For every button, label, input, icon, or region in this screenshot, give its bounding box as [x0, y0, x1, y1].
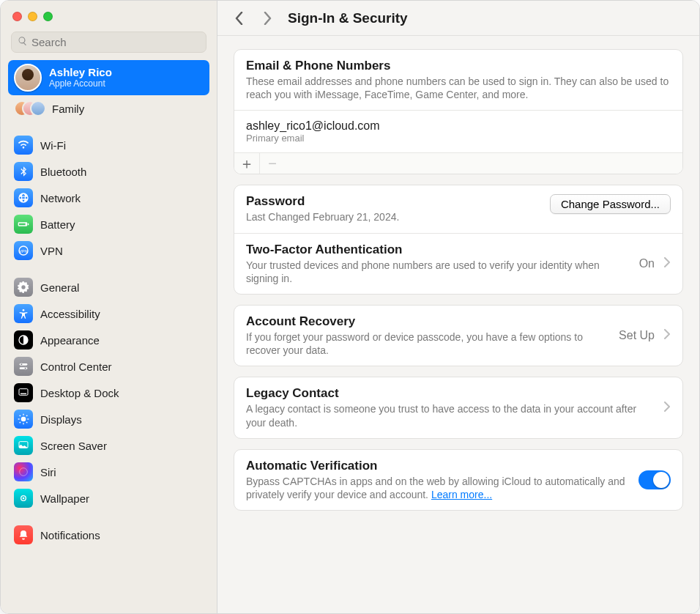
legacy-contact-title: Legacy Contact — [246, 386, 655, 401]
sidebar-item-notifications[interactable]: Notifications — [8, 522, 209, 548]
sidebar-item-desktop-dock[interactable]: Desktop & Dock — [8, 380, 209, 406]
accessibility-icon — [14, 304, 33, 323]
svg-point-6 — [24, 367, 26, 369]
sidebar-item-label: Screen Saver — [40, 440, 107, 452]
sidebar-item-appearance[interactable]: Appearance — [8, 327, 209, 353]
email-phone-card: Email & Phone Numbers These email addres… — [234, 49, 683, 174]
family-avatars — [14, 99, 45, 118]
nav-forward-button — [260, 8, 275, 29]
learn-more-link[interactable]: Learn more... — [431, 489, 492, 500]
sidebar-item-label: Wallpaper — [40, 492, 89, 505]
account-recovery-title: Account Recovery — [246, 314, 610, 329]
minimize-window-button[interactable] — [28, 12, 37, 21]
sidebar-item-label: Siri — [40, 466, 56, 478]
sidebar-item-label: Network — [40, 192, 81, 204]
search-field-wrap[interactable] — [11, 32, 206, 53]
account-sub: Apple Account — [49, 79, 112, 89]
auto-verification-toggle[interactable] — [638, 470, 671, 489]
email-entry-row[interactable]: ashley_rico1@icloud.com Primary email — [234, 110, 682, 152]
sidebar-item-siri[interactable]: Siri — [8, 459, 209, 485]
page-title: Sign-In & Security — [288, 10, 408, 26]
chevron-right-icon — [663, 402, 671, 415]
email-value: ashley_rico1@icloud.com — [246, 119, 671, 133]
vpn-icon: VPN — [14, 241, 33, 260]
sidebar-item-bluetooth[interactable]: Bluetooth — [8, 158, 209, 185]
sidebar-item-wallpaper[interactable]: Wallpaper — [8, 485, 209, 511]
sidebar-item-control-center[interactable]: Control Center — [8, 353, 209, 380]
window-controls — [12, 12, 53, 21]
sidebar-item-battery[interactable]: Battery — [8, 211, 209, 237]
plus-icon: ＋ — [239, 154, 254, 174]
sidebar-item-label: Accessibility — [40, 308, 100, 320]
svg-point-5 — [21, 363, 23, 366]
svg-point-19 — [20, 468, 28, 476]
sidebar-item-label: Control Center — [40, 360, 112, 373]
sidebar-item-wifi[interactable]: Wi-Fi — [8, 132, 209, 158]
appearance-icon — [14, 330, 33, 349]
sidebar-item-label: Wi-Fi — [40, 139, 66, 152]
sidebar-item-network[interactable]: Network — [8, 185, 209, 211]
notifications-icon — [14, 525, 33, 544]
svg-line-15 — [26, 422, 27, 423]
auto-verification-title: Automatic Verification — [246, 459, 630, 473]
email-phone-desc: These email addresses and phone numbers … — [246, 75, 671, 101]
battery-icon — [14, 215, 33, 234]
sidebar: Ashley Rico Apple Account Family Wi-Fi B… — [1, 1, 217, 613]
svg-rect-7 — [19, 389, 28, 396]
sidebar-item-label: General — [40, 281, 79, 294]
legacy-contact-card: Legacy Contact A legacy contact is someo… — [234, 377, 683, 438]
sidebar-item-label: Appearance — [40, 334, 100, 347]
password-title: Password — [246, 194, 541, 209]
svg-point-9 — [21, 417, 26, 422]
add-remove-bar: ＋ − — [234, 152, 682, 174]
network-icon — [14, 188, 33, 207]
sidebar-item-label: Notifications — [40, 529, 100, 541]
add-button[interactable]: ＋ — [234, 153, 259, 174]
sidebar-item-general[interactable]: General — [8, 274, 209, 300]
sidebar-item-family[interactable]: Family — [8, 95, 209, 122]
chevron-right-icon — [663, 329, 671, 342]
change-password-button[interactable]: Change Password... — [550, 194, 671, 214]
search-input[interactable] — [31, 36, 200, 48]
sidebar-item-label: Displays — [40, 413, 82, 426]
desktop-dock-icon — [14, 383, 33, 402]
sidebar-item-apple-account[interactable]: Ashley Rico Apple Account — [8, 60, 209, 95]
sidebar-item-screen-saver[interactable]: Screen Saver — [8, 432, 209, 459]
two-factor-title: Two-Factor Authentication — [246, 243, 630, 257]
main-header: Sign-In & Security — [217, 1, 699, 36]
sidebar-item-label: VPN — [40, 245, 63, 257]
displays-icon — [14, 410, 33, 429]
account-recovery-row[interactable]: Account Recovery If you forget your pass… — [234, 306, 682, 366]
two-factor-row[interactable]: Two-Factor Authentication Your trusted d… — [234, 233, 682, 294]
search-icon — [18, 36, 31, 49]
sidebar-item-label: Battery — [40, 218, 75, 231]
sidebar-item-displays[interactable]: Displays — [8, 406, 209, 432]
sidebar-item-accessibility[interactable]: Accessibility — [8, 300, 209, 327]
account-name: Ashley Rico — [49, 66, 112, 78]
password-desc: Last Changed February 21, 2024. — [246, 210, 541, 223]
two-factor-state: On — [639, 257, 655, 270]
account-recovery-desc: If you forget your password or device pa… — [246, 330, 610, 357]
svg-point-1 — [23, 309, 25, 311]
email-phone-title: Email & Phone Numbers — [246, 59, 671, 73]
fullscreen-window-button[interactable] — [43, 12, 53, 21]
password-row: Password Last Changed February 21, 2024.… — [234, 185, 682, 232]
wifi-icon — [14, 136, 33, 155]
auto-verification-desc: Bypass CAPTCHAs in apps and on the web b… — [246, 475, 630, 501]
sidebar-item-vpn[interactable]: VPN VPN — [8, 237, 209, 264]
chevron-right-icon — [663, 257, 671, 270]
sidebar-item-label: Desktop & Dock — [40, 387, 119, 399]
minus-icon: − — [268, 155, 277, 172]
legacy-contact-row[interactable]: Legacy Contact A legacy contact is someo… — [234, 377, 682, 437]
bluetooth-icon — [14, 162, 33, 181]
settings-window: Ashley Rico Apple Account Family Wi-Fi B… — [0, 0, 700, 614]
svg-rect-8 — [21, 393, 26, 394]
nav-back-button[interactable] — [232, 8, 247, 29]
close-window-button[interactable] — [12, 12, 22, 21]
svg-line-14 — [20, 415, 21, 416]
auto-verification-row: Automatic Verification Bypass CAPTCHAs i… — [234, 450, 682, 510]
svg-point-21 — [23, 498, 25, 500]
main-panel: Sign-In & Security Email & Phone Numbers… — [217, 1, 699, 613]
titlebar — [1, 1, 217, 32]
control-center-icon — [14, 357, 33, 376]
